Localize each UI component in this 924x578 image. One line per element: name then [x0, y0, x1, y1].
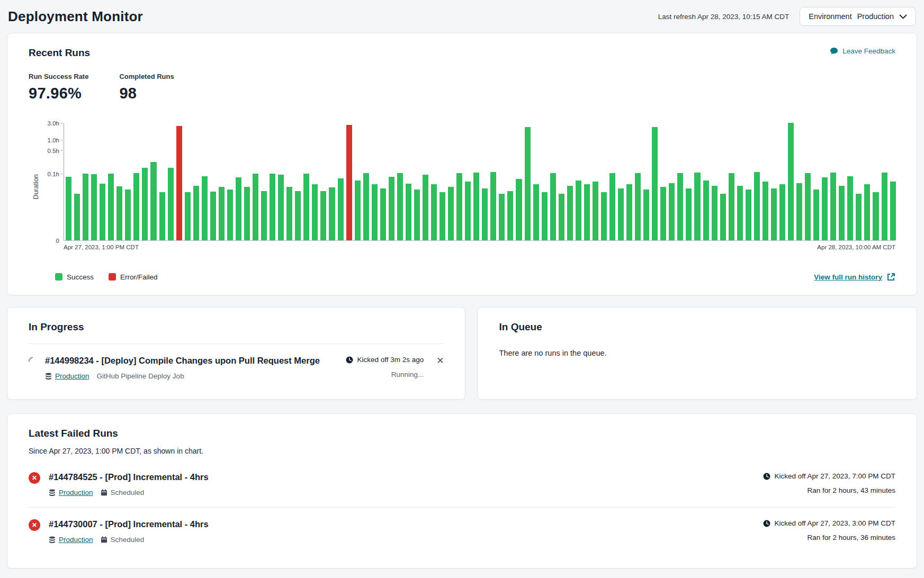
- run-bar-failed[interactable]: [346, 125, 352, 240]
- run-bar-success[interactable]: [550, 173, 556, 240]
- run-bar-success[interactable]: [312, 184, 318, 240]
- run-bar-success[interactable]: [754, 172, 760, 240]
- run-bar-success[interactable]: [813, 189, 819, 240]
- run-bar-success[interactable]: [227, 189, 233, 240]
- run-bar-success[interactable]: [482, 188, 488, 240]
- environment-tag[interactable]: Production: [49, 536, 93, 544]
- run-bar-success[interactable]: [533, 184, 539, 240]
- run-bar-success[interactable]: [372, 184, 378, 240]
- run-bar-success[interactable]: [278, 175, 284, 240]
- run-bar-success[interactable]: [516, 179, 522, 240]
- run-bar-success[interactable]: [873, 192, 878, 240]
- run-bar-success[interactable]: [669, 183, 675, 240]
- run-bar-success[interactable]: [618, 188, 624, 240]
- run-bar-success[interactable]: [338, 178, 344, 240]
- environment-tag[interactable]: Production: [45, 372, 89, 380]
- run-bar-success[interactable]: [686, 188, 692, 240]
- run-bar-success[interactable]: [703, 180, 709, 240]
- run-bar-success[interactable]: [286, 187, 292, 240]
- run-bar-success[interactable]: [576, 180, 581, 240]
- run-bar-success[interactable]: [303, 174, 309, 240]
- run-bar-success[interactable]: [397, 173, 403, 240]
- run-bar-success[interactable]: [490, 172, 496, 240]
- run-bar-success[interactable]: [677, 173, 683, 240]
- run-bar-success[interactable]: [168, 168, 174, 240]
- run-bar-success[interactable]: [185, 192, 191, 240]
- run-bar-success[interactable]: [116, 186, 122, 240]
- run-bar-success[interactable]: [133, 173, 139, 240]
- run-bar-success[interactable]: [805, 173, 811, 240]
- run-bar-success[interactable]: [108, 174, 114, 240]
- run-bar-success[interactable]: [635, 173, 641, 240]
- run-bar-success[interactable]: [91, 174, 97, 240]
- run-bar-success[interactable]: [762, 182, 768, 240]
- run-bar-success[interactable]: [448, 187, 454, 240]
- view-full-run-history-link[interactable]: View full run history: [814, 273, 895, 281]
- run-bar-success[interactable]: [100, 184, 105, 240]
- run-bar-success[interactable]: [159, 192, 165, 240]
- run-bar-success[interactable]: [796, 183, 802, 240]
- run-bar-success[interactable]: [507, 191, 513, 240]
- run-bar-success[interactable]: [74, 194, 80, 240]
- run-bar-failed[interactable]: [176, 126, 182, 240]
- run-bar-success[interactable]: [465, 182, 471, 240]
- run-bar-success[interactable]: [219, 187, 225, 240]
- run-bar-success[interactable]: [890, 182, 896, 240]
- run-bar-success[interactable]: [729, 173, 734, 240]
- run-bar-success[interactable]: [380, 188, 386, 240]
- run-bar-success[interactable]: [236, 177, 241, 240]
- leave-feedback-button[interactable]: Leave Feedback: [830, 47, 895, 55]
- run-bar-success[interactable]: [720, 194, 726, 240]
- run-bar-success[interactable]: [355, 180, 361, 240]
- run-bar-success[interactable]: [788, 123, 794, 240]
- run-bar-success[interactable]: [244, 187, 250, 240]
- run-bar-success[interactable]: [142, 168, 148, 240]
- run-bar-success[interactable]: [643, 189, 649, 240]
- run-bar-success[interactable]: [712, 186, 717, 240]
- run-bar-success[interactable]: [456, 173, 462, 240]
- run-bar-success[interactable]: [473, 173, 479, 240]
- run-bar-success[interactable]: [431, 184, 437, 240]
- run-bar-success[interactable]: [660, 187, 666, 240]
- run-bar-success[interactable]: [559, 194, 564, 240]
- failed-run-title[interactable]: #144730007 - [Prod] Incremental - 4hrs: [49, 519, 755, 529]
- run-bar-success[interactable]: [363, 173, 369, 240]
- run-bar-success[interactable]: [253, 174, 258, 240]
- run-bar-success[interactable]: [601, 192, 607, 240]
- run-bar-success[interactable]: [822, 177, 828, 240]
- run-bar-success[interactable]: [210, 192, 216, 240]
- run-bar-success[interactable]: [542, 192, 548, 240]
- close-icon[interactable]: ✕: [436, 356, 444, 365]
- run-bar-success[interactable]: [847, 176, 853, 240]
- run-bar-success[interactable]: [737, 186, 743, 240]
- run-bar-success[interactable]: [414, 189, 420, 240]
- run-bar-success[interactable]: [626, 184, 632, 240]
- run-bar-success[interactable]: [439, 192, 445, 240]
- run-bar-success[interactable]: [882, 173, 887, 240]
- run-bar-success[interactable]: [652, 127, 658, 240]
- run-bar-success[interactable]: [389, 177, 394, 240]
- run-bar-success[interactable]: [694, 173, 700, 240]
- run-bar-success[interactable]: [567, 186, 573, 240]
- run-bar-success[interactable]: [193, 186, 199, 240]
- run-bar-success[interactable]: [609, 173, 615, 240]
- run-bar-success[interactable]: [771, 188, 777, 240]
- run-bar-success[interactable]: [295, 191, 301, 240]
- run-bar-success[interactable]: [66, 177, 71, 240]
- run-bar-success[interactable]: [856, 194, 862, 240]
- run-bar-success[interactable]: [499, 194, 505, 240]
- run-bar-success[interactable]: [593, 182, 598, 240]
- run-bar-success[interactable]: [320, 191, 326, 240]
- run-bar-success[interactable]: [261, 191, 267, 240]
- run-bar-success[interactable]: [779, 184, 785, 240]
- run-bar-success[interactable]: [270, 174, 275, 240]
- run-bar-success[interactable]: [125, 189, 131, 240]
- run-bar-success[interactable]: [83, 174, 88, 240]
- environment-tag[interactable]: Production: [49, 489, 93, 496]
- failed-run-title[interactable]: #144784525 - [Prod] Incremental - 4hrs: [49, 472, 755, 482]
- run-bar-success[interactable]: [746, 189, 751, 240]
- run-bar-success[interactable]: [150, 162, 156, 240]
- run-bar-success[interactable]: [525, 127, 531, 240]
- run-bar-success[interactable]: [406, 184, 411, 240]
- run-bar-success[interactable]: [584, 184, 590, 240]
